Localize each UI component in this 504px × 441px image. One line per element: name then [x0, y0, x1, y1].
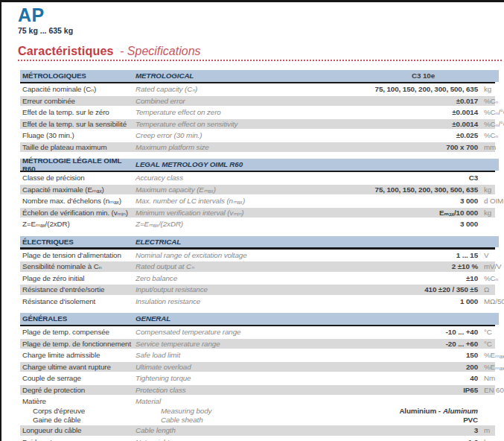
value-cell: 200: [351, 363, 478, 371]
dotted-divider: [18, 60, 502, 61]
label-en-cell: Creep error (30 min.): [135, 131, 351, 139]
label-fr-cell: Classe de précision: [20, 174, 135, 182]
unit-cell: EN 60529: [484, 386, 504, 394]
label-fr-cell: Longueur du câble: [20, 426, 135, 434]
spec-row: Plage de zéro initialZero balance±10%Cₙ: [20, 273, 504, 285]
value-cell: 1 000: [351, 297, 478, 305]
spec-row: Plage de tension d'alimentationNominal r…: [20, 250, 504, 261]
label-fr-cell: Sensibilité nominale à Cₙ: [20, 262, 135, 270]
label-en-cell: Combined error: [135, 97, 351, 105]
label-fr-cell: Effet de la temp. sur le zéro: [20, 108, 135, 116]
value-cell: ±0.0014: [351, 108, 478, 116]
spec-row: Effet de la temp. sur la sensibilitéTemp…: [20, 118, 504, 130]
label-fr-cell: Erreur combinée: [20, 97, 135, 105]
label-fr-cell: Fluage (30 min.): [20, 131, 135, 139]
unit-cell: kg: [484, 438, 504, 441]
label-en-cell: Cable length: [135, 426, 351, 434]
spec-row: Z=Eₘₐₓ/(2xDR)Z=Eₘₐₓ/(2xDR)3 000: [20, 218, 504, 230]
spec-section: MÉTROLOGIQUESMETROLOGICALC3 10eCapacité …: [20, 70, 504, 153]
unit-cell: %Cₙ/°C: [484, 120, 504, 128]
section-header-row: GÉNÉRALESGENERAL: [20, 313, 504, 325]
unit-cell: %Cₙ/°C: [484, 108, 504, 116]
spec-row: Sensibilité nominale à CₙRated output at…: [20, 261, 504, 273]
unit-cell: Ω: [484, 285, 504, 294]
label-en-cell: Maximum capacity (Eₘₐₓ): [135, 185, 351, 194]
label-en-cell: Temperature effect on sensitivity: [135, 120, 351, 128]
spec-row: Charge limite admissibleSafe load limit1…: [20, 349, 504, 361]
value-cell: 75, 100, 150, 200, 300, 500, 635: [351, 85, 478, 93]
unit-cell: %Cₙ: [484, 274, 504, 282]
spec-row: Longueur du câbleCable length3m: [20, 425, 504, 437]
label-en-cell: Safe load limit: [135, 351, 351, 359]
spec-section: MÉTROLOGIE LÉGALE OIML R60LEGAL METROLOG…: [20, 159, 504, 230]
label-en-cell: Minimum verification interval (vₘᵢₙ): [135, 209, 351, 217]
label-en-cell: Maximum platform size: [135, 143, 351, 151]
product-title: AP: [18, 6, 504, 24]
value-cell: ±0.0014: [351, 120, 478, 128]
group-title-line: MatièreMaterial: [20, 396, 504, 406]
label-en-cell: Max. number of LC intervals (nₘₐₓ): [135, 197, 351, 205]
value-cell: Aluminium -Aluminum: [351, 407, 478, 415]
label-fr-cell: Effet de la temp. sur la sensibilité: [20, 120, 135, 128]
label-en-cell: Measuring body: [146, 407, 351, 415]
label-fr-cell: Taille de plateau maximum: [20, 143, 135, 151]
section-title-en: ELECTRICAL: [135, 238, 351, 246]
unit-cell: V: [484, 251, 504, 259]
label-fr-cell: Plage de temp. compensée: [20, 328, 135, 336]
unit-cell: %Cₙ: [484, 131, 504, 139]
label-fr-cell: Degré de protection: [20, 386, 135, 394]
spec-row: Échelon de vérification min. (vₘᵢₙ)Minim…: [20, 207, 504, 219]
value-cell: C3: [351, 174, 478, 182]
spec-row: Résistance d'entrée/sortieInput/output r…: [20, 284, 504, 296]
spec-row: Effet de la temp. sur le zéroTemperature…: [20, 107, 504, 118]
label-fr-cell: Plage de zéro initial: [20, 274, 135, 282]
label-fr-cell: Gaine de câble: [20, 416, 146, 424]
label-en-cell: Input/output resistance: [135, 285, 351, 294]
label-fr-cell: Couple de serrage: [20, 374, 135, 382]
unit-cell: %Cₙ: [484, 97, 504, 105]
label-fr-cell: Nombre max. d'échelons (nₘₐₓ): [20, 197, 135, 205]
section-title-en: LEGAL METROLOGY OIML R60: [135, 160, 351, 168]
value-cell: Eₘₐₓ/10 000: [351, 209, 478, 217]
spec-row: Classe de précisionAccuracy classC3: [20, 172, 504, 184]
unit-cell: %Eₘₐₓ: [484, 363, 504, 371]
label-fr-cell: Plage de tension d'alimentation: [20, 251, 135, 259]
label-fr-cell: Plage de temp. de fonctionnement: [20, 340, 135, 348]
section-title-fr: ÉLECTRIQUES: [20, 238, 135, 246]
spec-row: MatièreMaterialCorps d'épreuveMeasuring …: [20, 396, 504, 425]
page-content: AP 75 kg ... 635 kg Caractéristiques - S…: [1, 2, 504, 441]
section-header-row: MÉTROLOGIQUESMETROLOGICALC3 10e: [20, 70, 504, 82]
unit-cell: kg: [484, 209, 504, 217]
label-fr-cell: Charge ultime avant rupture: [20, 363, 135, 371]
label-fr-cell: Corps d'épreuve: [20, 407, 146, 415]
spec-row: Couple de serrageTightening torque40Nm: [20, 372, 504, 384]
unit-cell: kg: [484, 185, 504, 194]
value-cell: 3 000: [351, 197, 478, 205]
label-en-cell: Protection class: [135, 386, 351, 394]
section-title-fr: MÉTROLOGIQUES: [20, 72, 135, 80]
label-fr-cell: Charge limite admissible: [20, 351, 135, 359]
spec-row: Plage de temp. compenséeCompensated temp…: [20, 326, 504, 338]
label-en-cell: Insulation resistance: [135, 297, 351, 305]
label-fr-cell: Résistance d'isolement: [20, 297, 135, 305]
specs-heading-en: - Specifications: [120, 45, 201, 57]
value-cell: -20 ... +60: [351, 340, 478, 348]
specs-heading-fr: Caractéristiques: [18, 45, 114, 57]
section-header-row: ÉLECTRIQUESELECTRICAL: [20, 236, 504, 248]
value-column-header: C3 10e: [351, 72, 478, 80]
label-fr-cell: Résistance d'entrée/sortie: [20, 285, 135, 294]
label-en-cell: Rated capacity (Cₙ): [135, 85, 351, 93]
label-en-cell: Tightening torque: [135, 374, 351, 382]
value-cell: 150: [351, 351, 478, 359]
label-en-cell: Cable sheath: [146, 416, 351, 424]
spec-row: Degré de protectionProtection classIP65E…: [20, 384, 504, 396]
section-title-en: METROLOGICAL: [135, 72, 351, 80]
label-en-cell: Temperature effect on zero: [135, 108, 351, 116]
unit-cell: %Eₘₐₓ: [484, 351, 504, 359]
label-en-cell: Zero balance: [135, 274, 351, 282]
unit-cell: °C: [484, 340, 504, 348]
datasheet-page: AP 75 kg ... 635 kg Caractéristiques - S…: [0, 0, 504, 441]
unit-cell: m: [484, 426, 504, 434]
spec-row: Résistance d'isolementInsulation resista…: [20, 296, 504, 308]
label-fr-cell: Poids net: [20, 438, 135, 441]
